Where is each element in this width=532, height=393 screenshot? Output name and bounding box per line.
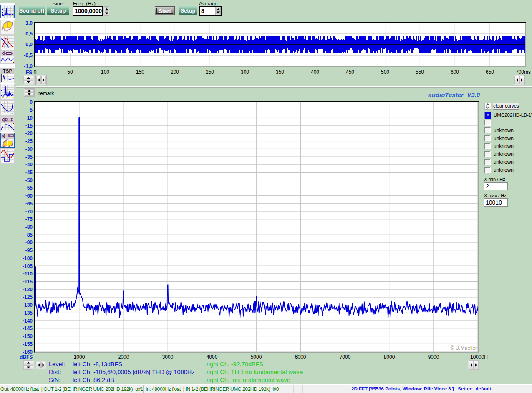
svg-text:ω: ω bbox=[11, 111, 13, 115]
svg-text:TSP: TSP bbox=[3, 68, 13, 73]
